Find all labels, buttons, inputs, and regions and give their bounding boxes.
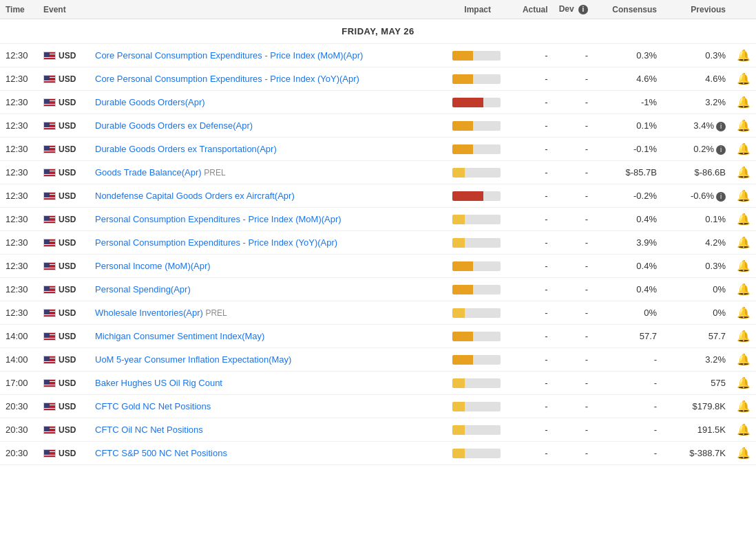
event-time: 14:00 [0, 348, 38, 372]
usd-flag [43, 145, 56, 153]
col-header-bell [731, 0, 756, 19]
event-link[interactable]: Goods Trade Balance(Apr) PREL [95, 167, 226, 178]
event-link[interactable]: Durable Goods Orders ex Defense(Apr) [95, 120, 253, 131]
flag-currency-cell: USD [38, 395, 90, 418]
currency-label: USD [59, 144, 76, 154]
bar-filled [452, 332, 473, 341]
event-link[interactable]: Wholesale Inventories(Apr) PREL [95, 308, 227, 318]
event-name-cell: Goods Trade Balance(Apr) PREL [90, 161, 447, 184]
impact-bar [452, 378, 501, 388]
event-link[interactable]: Core Personal Consumption Expenditures -… [95, 50, 363, 61]
flag-currency-cell: USD [38, 91, 90, 114]
bell-icon[interactable]: 🔔 [737, 120, 750, 131]
impact-cell [447, 91, 509, 114]
event-link[interactable]: Personal Consumption Expenditures - Pric… [95, 237, 337, 248]
event-link[interactable]: CFTC S&P 500 NC Net Positions [95, 448, 227, 458]
actual-value: - [509, 67, 554, 91]
event-link[interactable]: CFTC Gold NC Net Positions [95, 401, 211, 411]
event-link[interactable]: Nondefense Capital Goods Orders ex Aircr… [95, 191, 295, 201]
event-name-cell: Personal Consumption Expenditures - Pric… [90, 231, 447, 255]
bell-icon[interactable]: 🔔 [737, 167, 750, 178]
bar-filled [452, 425, 465, 435]
currency-label: USD [59, 425, 76, 435]
event-link[interactable]: Baker Hughes US Oil Rig Count [95, 378, 222, 388]
event-link[interactable]: Core Personal Consumption Expenditures -… [95, 74, 359, 84]
table-row: 20:30 USD CFTC Oil NC Net Positions ---1… [0, 418, 756, 442]
table-row: 14:00 USD UoM 5-year Consumer Inflation … [0, 348, 756, 372]
event-name-cell: Durable Goods Orders ex Transportation(A… [90, 138, 447, 161]
consensus-value: -0.2% [594, 184, 662, 208]
event-link[interactable]: Personal Income (MoM)(Apr) [95, 261, 211, 271]
currency-label: USD [59, 308, 76, 318]
bell-icon[interactable]: 🔔 [737, 377, 750, 389]
event-link[interactable]: CFTC Oil NC Net Positions [95, 425, 203, 435]
bell-cell: 🔔 [731, 138, 756, 161]
bell-icon[interactable]: 🔔 [737, 50, 750, 61]
flag-currency-cell: USD [38, 255, 90, 278]
event-name-cell: Michigan Consumer Sentiment Index(May) [90, 325, 447, 348]
actual-value: - [509, 325, 554, 348]
bell-icon[interactable]: 🔔 [737, 237, 750, 248]
impact-bar [452, 238, 501, 248]
bar-filled [452, 402, 465, 411]
dev-value: - [554, 278, 594, 301]
bell-icon[interactable]: 🔔 [737, 400, 750, 412]
previous-value: 4.6% [662, 67, 731, 91]
event-link[interactable]: UoM 5-year Consumer Inflation Expectatio… [95, 354, 291, 365]
dev-info-icon[interactable]: i [578, 5, 588, 14]
actual-value: - [509, 44, 554, 67]
bell-icon[interactable]: 🔔 [737, 330, 750, 342]
bell-icon[interactable]: 🔔 [737, 307, 750, 319]
bell-icon[interactable]: 🔔 [737, 424, 750, 436]
row-info-icon[interactable]: i [716, 192, 726, 202]
table-row: 12:30 USD Personal Spending(Apr) --0.4%0… [0, 278, 756, 301]
bell-cell: 🔔 [731, 67, 756, 91]
bell-icon[interactable]: 🔔 [737, 96, 750, 108]
bell-cell: 🔔 [731, 372, 756, 395]
flag-currency-cell: USD [38, 278, 90, 301]
bar-filled [452, 378, 465, 388]
event-link[interactable]: Michigan Consumer Sentiment Index(May) [95, 331, 264, 341]
bar-empty [465, 168, 501, 178]
consensus-value: 0.4% [594, 278, 662, 301]
currency-label: USD [59, 449, 76, 458]
bell-icon[interactable]: 🔔 [737, 260, 750, 272]
dev-value: - [554, 67, 594, 91]
event-time: 12:30 [0, 208, 38, 231]
impact-cell [447, 208, 509, 231]
bar-filled [452, 308, 465, 318]
bell-icon[interactable]: 🔔 [737, 283, 750, 295]
col-header-dev: Dev i [554, 0, 594, 19]
bell-icon[interactable]: 🔔 [737, 354, 750, 365]
impact-bar [452, 144, 501, 154]
currency-label: USD [59, 402, 76, 411]
usd-flag [43, 449, 56, 458]
event-link[interactable]: Durable Goods Orders ex Transportation(A… [95, 144, 277, 154]
bell-icon[interactable]: 🔔 [737, 447, 750, 459]
bell-cell: 🔔 [731, 395, 756, 418]
bell-icon[interactable]: 🔔 [737, 213, 750, 225]
row-info-icon[interactable]: i [716, 145, 726, 155]
usd-flag [43, 98, 56, 107]
bell-icon[interactable]: 🔔 [737, 190, 750, 202]
impact-bar [452, 402, 501, 411]
bell-icon[interactable]: 🔔 [737, 73, 750, 85]
bell-icon[interactable]: 🔔 [737, 143, 750, 155]
event-link[interactable]: Personal Spending(Apr) [95, 284, 191, 294]
bell-cell: 🔔 [731, 161, 756, 184]
bar-empty [473, 74, 501, 84]
consensus-value: - [594, 395, 662, 418]
currency-label: USD [59, 98, 76, 107]
event-name-cell: CFTC Gold NC Net Positions [90, 395, 447, 418]
col-header-consensus: Consensus [594, 0, 662, 19]
event-time: 12:30 [0, 278, 38, 301]
bell-cell: 🔔 [731, 44, 756, 67]
row-info-icon[interactable]: i [716, 122, 726, 131]
flag-currency-cell: USD [38, 372, 90, 395]
bar-empty [465, 378, 501, 388]
event-link[interactable]: Personal Consumption Expenditures - Pric… [95, 214, 342, 224]
event-link[interactable]: Durable Goods Orders(Apr) [95, 97, 205, 107]
flag-currency-cell: USD [38, 325, 90, 348]
previous-value: 3.4%i [662, 114, 731, 138]
consensus-value: $-85.7B [594, 161, 662, 184]
